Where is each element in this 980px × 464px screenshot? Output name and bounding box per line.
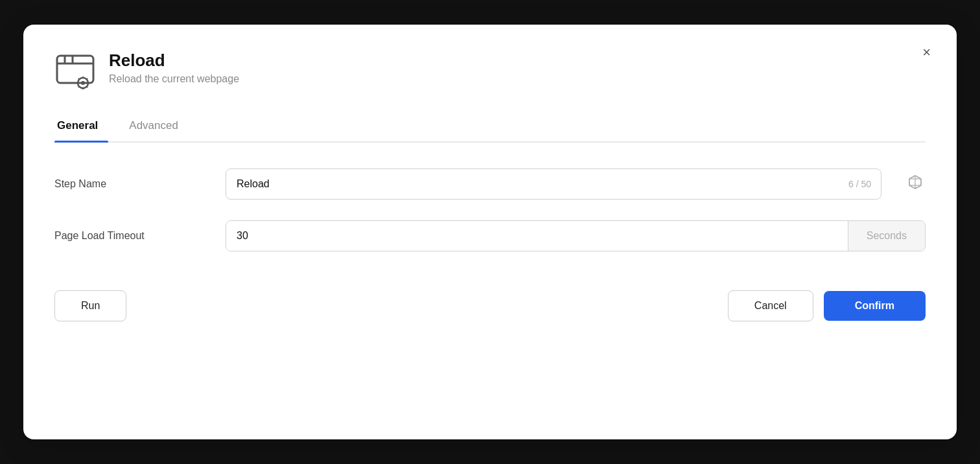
timeout-input[interactable] (226, 221, 848, 251)
svg-line-11 (87, 87, 88, 87)
timeout-input-wrapper: Seconds (226, 220, 926, 251)
step-name-input-wrapper: 6 / 50 (226, 168, 881, 200)
close-button[interactable]: × (917, 43, 936, 62)
svg-line-12 (87, 78, 88, 79)
svg-point-5 (81, 81, 85, 85)
svg-line-10 (78, 78, 80, 79)
svg-line-13 (78, 87, 80, 87)
tabs-container: General Advanced (54, 113, 926, 143)
page-load-timeout-label: Page Load Timeout (54, 230, 210, 242)
modal-header: Reload Reload the current webpage (54, 51, 926, 92)
confirm-button[interactable]: Confirm (824, 291, 926, 321)
modal-dialog: × (23, 25, 957, 439)
footer-right-actions: Cancel Confirm (728, 290, 926, 321)
step-name-row: Step Name 6 / 50 (54, 168, 926, 200)
tab-general[interactable]: General (54, 113, 108, 141)
modal-title: Reload (109, 51, 239, 71)
modal-title-group: Reload Reload the current webpage (109, 51, 239, 85)
modal-overlay: × (0, 0, 980, 464)
step-name-input[interactable] (226, 168, 881, 200)
step-name-label: Step Name (54, 178, 210, 190)
cube-icon-button[interactable] (905, 172, 926, 196)
modal-footer: Run Cancel Confirm (54, 290, 926, 321)
run-button[interactable]: Run (54, 290, 126, 321)
reload-icon (54, 51, 96, 92)
page-load-timeout-row: Page Load Timeout Seconds (54, 220, 926, 251)
modal-subtitle: Reload the current webpage (109, 73, 239, 85)
form-section: Step Name 6 / 50 Page Load Timeout (54, 168, 926, 251)
cancel-button[interactable]: Cancel (728, 290, 813, 321)
tab-advanced[interactable]: Advanced (126, 113, 189, 141)
timeout-unit-label: Seconds (848, 221, 925, 251)
